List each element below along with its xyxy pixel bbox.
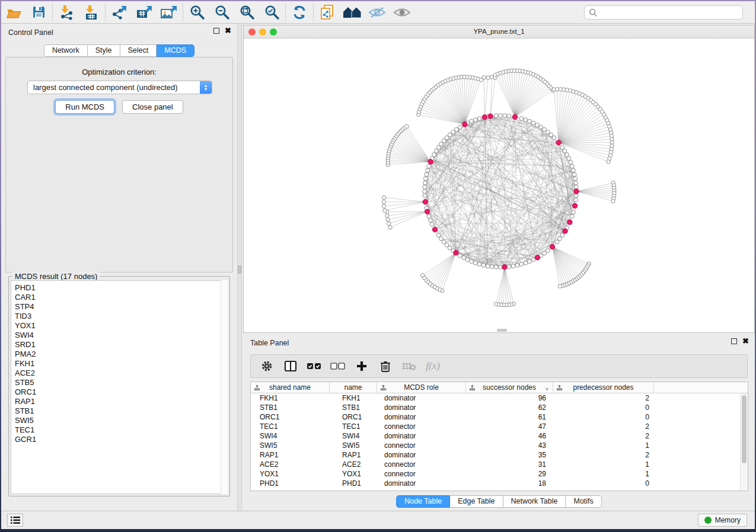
graph-node[interactable] xyxy=(470,259,474,264)
graph-node[interactable] xyxy=(560,146,564,150)
graph-node[interactable] xyxy=(558,284,562,288)
tab-network-table[interactable]: Network Table xyxy=(503,495,566,508)
graph-node[interactable] xyxy=(383,209,387,212)
close-panel-button[interactable]: Close panel xyxy=(122,100,183,114)
graph-node[interactable] xyxy=(423,181,427,185)
graph-node[interactable] xyxy=(563,149,567,153)
mcds-result-item[interactable]: STB5 xyxy=(15,378,227,387)
save-session-icon[interactable] xyxy=(26,2,51,23)
import-network-icon[interactable] xyxy=(54,2,79,23)
mcds-result-item[interactable]: RAP1 xyxy=(15,397,227,406)
graph-mcds-node[interactable] xyxy=(572,203,577,208)
graph-node[interactable] xyxy=(486,264,490,268)
graph-node[interactable] xyxy=(515,263,519,267)
graph-node[interactable] xyxy=(503,114,507,118)
table-row[interactable]: PHD1PHD1dominator180 xyxy=(251,479,748,488)
graph-node[interactable] xyxy=(607,160,610,164)
graph-node[interactable] xyxy=(458,125,462,129)
mcds-result-item[interactable]: SWI4 xyxy=(15,331,227,340)
network-window-titlebar[interactable]: YPA_prune.txt_1 xyxy=(244,25,754,39)
graph-node[interactable] xyxy=(531,121,535,125)
tab-motifs[interactable]: Motifs xyxy=(566,495,601,508)
zoom-in-icon[interactable] xyxy=(184,2,209,23)
graph-mcds-node[interactable] xyxy=(432,227,437,232)
add-column-icon[interactable] xyxy=(354,358,369,374)
graph-mcds-node[interactable] xyxy=(454,250,458,255)
sort-chevron-icon[interactable]: ˅ xyxy=(546,384,548,393)
table-row[interactable]: SWI5SWI5connector431 xyxy=(251,441,748,450)
tab-network[interactable]: Network xyxy=(44,44,88,57)
graph-node[interactable] xyxy=(477,117,481,121)
graph-node[interactable] xyxy=(420,274,424,277)
graph-node[interactable] xyxy=(427,214,431,219)
graph-node[interactable] xyxy=(507,114,511,118)
column-header-name[interactable]: name xyxy=(330,382,377,393)
graph-node[interactable] xyxy=(574,181,578,185)
graph-node[interactable] xyxy=(426,168,430,172)
mcds-result-item[interactable]: FKH1 xyxy=(15,359,227,368)
graph-node[interactable] xyxy=(434,149,438,153)
column-header-shared-name[interactable]: shared name xyxy=(251,382,330,393)
graph-node[interactable] xyxy=(567,156,571,161)
table-row[interactable]: TEC1TEC1connector472 xyxy=(251,422,748,431)
column-header-predecessor-nodes[interactable]: predecessor nodes xyxy=(553,382,654,393)
graph-node[interactable] xyxy=(481,263,486,267)
tab-mcds[interactable]: MCDS xyxy=(157,44,194,57)
graph-node[interactable] xyxy=(428,219,432,223)
panel-divider[interactable] xyxy=(237,24,242,511)
graph-node[interactable] xyxy=(382,200,385,204)
mcds-result-item[interactable]: YOX1 xyxy=(15,321,227,331)
graph-node[interactable] xyxy=(494,114,498,118)
close-table-panel-icon[interactable]: ✖ xyxy=(742,338,749,344)
graph-node[interactable] xyxy=(570,164,574,168)
graph-node[interactable] xyxy=(555,240,559,244)
graph-node[interactable] xyxy=(427,164,431,168)
graph-mcds-node[interactable] xyxy=(550,244,554,249)
graph-node[interactable] xyxy=(465,258,470,262)
mcds-result-item[interactable]: STB1 xyxy=(15,406,227,416)
run-mcds-button[interactable]: Run MCDS xyxy=(55,100,114,114)
mcds-result-item[interactable]: ORC1 xyxy=(15,387,227,397)
graph-node[interactable] xyxy=(388,226,392,229)
search-input[interactable] xyxy=(598,7,742,18)
import-table-icon[interactable] xyxy=(79,2,104,23)
table-scroll-thumb[interactable] xyxy=(742,395,747,463)
export-image-icon[interactable] xyxy=(157,2,181,23)
task-history-button[interactable] xyxy=(7,514,23,527)
mcds-result-item[interactable]: PMA2 xyxy=(15,350,227,359)
refresh-view-icon[interactable] xyxy=(287,2,312,23)
graph-mcds-node[interactable] xyxy=(556,140,561,145)
zoom-out-icon[interactable] xyxy=(209,2,234,23)
graph-node[interactable] xyxy=(574,185,578,189)
graph-node[interactable] xyxy=(519,117,524,121)
float-panel-icon[interactable] xyxy=(213,28,219,34)
graph-node[interactable] xyxy=(494,302,497,306)
mcds-result-item[interactable]: SWI5 xyxy=(15,416,227,425)
delete-columns-icon[interactable] xyxy=(378,358,393,374)
mcds-result-item[interactable]: SRD1 xyxy=(15,340,227,350)
mcds-result-item[interactable]: CAR1 xyxy=(15,293,227,302)
graph-node[interactable] xyxy=(572,168,576,172)
mcds-result-item[interactable]: STP4 xyxy=(15,302,227,312)
mcds-result-list[interactable]: PHD1CAR1STP4TID3YOX1SWI4SRD1PMA2FKH1ACE2… xyxy=(11,280,228,494)
close-panel-icon[interactable]: ✖ xyxy=(225,28,231,34)
graph-node[interactable] xyxy=(494,265,498,269)
graph-node[interactable] xyxy=(425,172,429,177)
tab-node-table[interactable]: Node Table xyxy=(396,495,450,508)
graph-mcds-node[interactable] xyxy=(563,229,567,233)
graph-node[interactable] xyxy=(552,136,556,140)
graph-node[interactable] xyxy=(572,172,576,177)
mcds-result-item[interactable]: PHD1 xyxy=(15,283,227,293)
graph-node[interactable] xyxy=(570,214,574,219)
graph-mcds-node[interactable] xyxy=(535,255,540,260)
graph-node[interactable] xyxy=(385,214,389,217)
duplicate-network-icon[interactable] xyxy=(315,2,340,23)
graph-node[interactable] xyxy=(611,199,615,203)
export-network-icon[interactable] xyxy=(107,2,132,23)
graph-node[interactable] xyxy=(386,218,390,222)
zoom-fit-icon[interactable] xyxy=(234,2,259,23)
float-table-panel-icon[interactable] xyxy=(731,338,737,344)
table-row[interactable]: RAP1RAP1dominator352 xyxy=(251,450,748,460)
graph-mcds-node[interactable] xyxy=(567,220,572,225)
graph-node[interactable] xyxy=(574,198,578,202)
